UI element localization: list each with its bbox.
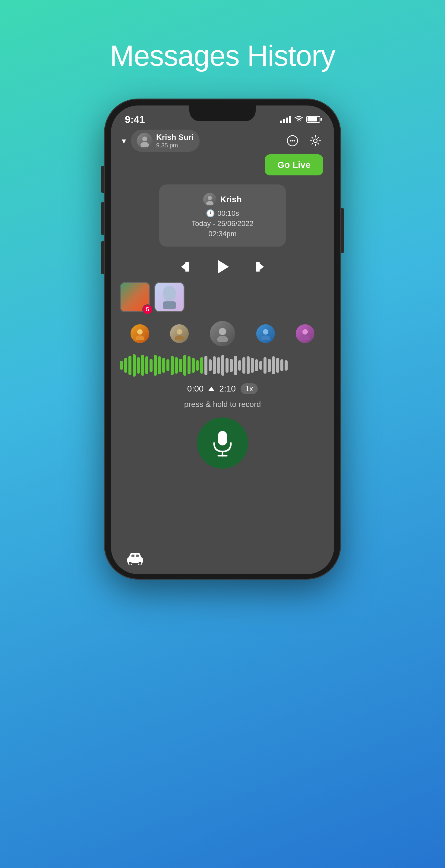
battery-icon	[306, 116, 320, 123]
record-hint: press & hold to record	[111, 400, 334, 409]
contact-pill[interactable]: Krish Suri 9.35 pm	[131, 130, 200, 152]
car-icon[interactable]	[125, 551, 145, 565]
contact-time: 9.35 pm	[156, 142, 194, 149]
user-avatar-1[interactable]	[130, 323, 150, 344]
svg-point-7	[208, 196, 212, 200]
story-thumb-2[interactable]	[154, 282, 184, 312]
svg-rect-15	[258, 262, 260, 272]
speed-badge[interactable]: 1x	[241, 383, 258, 394]
user-avatar-5[interactable]	[295, 323, 315, 344]
vol-up-button[interactable]	[101, 202, 104, 235]
chat-icon[interactable]	[285, 133, 300, 149]
message-card: Krish 🕐 00:10s Today - 25/06/2022 02:34p…	[159, 184, 286, 247]
user-avatar-2[interactable]	[169, 323, 190, 344]
header-right	[285, 133, 323, 149]
message-time: 02:34pm	[208, 230, 236, 238]
header-left: ▾ Krish Suri 9.35 pm	[122, 130, 200, 152]
message-avatar	[203, 193, 216, 206]
waveform[interactable]	[111, 353, 334, 377]
go-live-button[interactable]: Go Live	[265, 154, 323, 176]
message-sender: Krish	[220, 195, 242, 204]
svg-rect-11	[185, 262, 187, 272]
svg-point-20	[177, 329, 182, 335]
skip-back-button[interactable]	[179, 259, 195, 275]
svg-point-6	[314, 139, 317, 143]
phone-screen: 9:41	[111, 105, 334, 574]
message-card-header: Krish	[203, 193, 242, 206]
svg-point-32	[128, 561, 132, 565]
contact-info: Krish Suri 9.35 pm	[156, 133, 194, 149]
svg-marker-12	[218, 260, 229, 274]
message-date: Today - 25/06/2022	[191, 219, 254, 228]
bottom-bar	[111, 548, 334, 574]
svg-point-16	[163, 286, 176, 301]
user-avatar-4[interactable]	[255, 323, 276, 344]
contact-avatar	[137, 133, 153, 149]
svg-point-8	[206, 201, 213, 205]
current-time: 0:00	[187, 384, 204, 394]
svg-point-25	[261, 336, 270, 340]
notch	[189, 105, 256, 121]
status-time: 9:41	[125, 114, 145, 125]
record-btn-area	[111, 417, 334, 469]
signal-icon	[280, 116, 291, 123]
wifi-icon	[294, 116, 303, 123]
svg-point-24	[263, 329, 268, 335]
record-button[interactable]	[197, 417, 248, 469]
header: ▾ Krish Suri 9.35 pm	[111, 127, 334, 154]
page-title: Messages History	[110, 39, 335, 72]
svg-point-18	[137, 329, 143, 335]
svg-rect-14	[256, 262, 258, 272]
svg-point-0	[142, 136, 147, 141]
story-badge: 5	[142, 304, 153, 315]
power-button[interactable]	[341, 208, 344, 253]
svg-point-19	[136, 336, 144, 340]
chevron-down-icon[interactable]: ▾	[122, 136, 126, 146]
svg-point-5	[294, 140, 295, 142]
svg-point-3	[290, 140, 292, 142]
contact-name: Krish Suri	[156, 133, 194, 142]
svg-rect-17	[163, 301, 176, 309]
svg-point-27	[301, 336, 309, 340]
avatars-row	[111, 320, 334, 347]
svg-rect-28	[218, 431, 227, 445]
story-thumb-1[interactable]: 5	[120, 282, 150, 312]
vol-down-button[interactable]	[101, 241, 104, 274]
phone-shell: 9:41	[105, 99, 340, 579]
skip-forward-button[interactable]	[250, 259, 266, 275]
svg-point-22	[219, 328, 226, 335]
svg-rect-34	[131, 555, 135, 557]
time-display: 0:00 2:10 1x	[111, 383, 334, 394]
svg-point-1	[141, 142, 149, 147]
user-avatar-3[interactable]	[209, 320, 236, 347]
play-button[interactable]	[213, 257, 232, 276]
status-icons	[280, 116, 320, 123]
message-duration: 🕐 00:10s	[206, 209, 239, 218]
triangle-icon	[208, 387, 214, 391]
svg-rect-10	[187, 262, 189, 272]
svg-point-4	[292, 140, 293, 142]
mic-icon	[210, 428, 235, 458]
total-time: 2:10	[219, 384, 236, 394]
svg-point-26	[302, 329, 308, 335]
settings-icon[interactable]	[307, 133, 323, 149]
playback-controls	[111, 257, 334, 276]
svg-rect-35	[136, 555, 139, 557]
svg-point-33	[138, 561, 142, 565]
svg-point-23	[217, 336, 228, 342]
svg-point-21	[175, 336, 184, 340]
